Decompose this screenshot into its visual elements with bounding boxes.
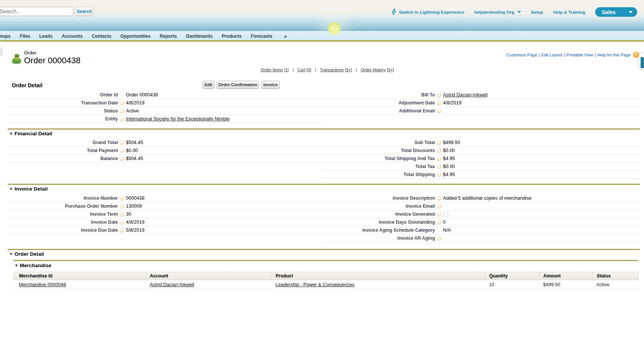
order-confirmation-button[interactable]: Order Confirmation xyxy=(217,81,259,89)
related-count: [1] xyxy=(283,67,288,72)
page-link-edit-layout[interactable]: Edit Layout xyxy=(541,53,562,57)
related-link-cart[interactable]: Cart xyxy=(298,67,306,72)
field-label: Transaction Date xyxy=(81,100,118,106)
help-icon[interactable]: ? xyxy=(633,52,639,58)
sidebar-collapse-handle[interactable] xyxy=(0,47,3,56)
field-label-cell: Invoice Days Outstanding? xyxy=(322,218,441,226)
collapse-arrow-icon[interactable]: ▼ xyxy=(9,187,13,191)
field-label-cell: Invoice Generated? xyxy=(322,210,441,218)
page-link-printable-view[interactable]: Printable View xyxy=(567,53,593,57)
table-cell-link[interactable]: Astrid Dacian-Inkwell xyxy=(150,282,194,287)
page-link-customize-page[interactable]: Customize Page xyxy=(506,53,537,57)
field-label: Total Shipping And Tax xyxy=(385,156,435,161)
field-help-icon[interactable]: ? xyxy=(436,204,441,209)
field-label-cell: Invoice Term? xyxy=(8,210,124,218)
field-help-icon[interactable]: ? xyxy=(436,140,441,145)
field-value-link[interactable]: Astrid Dacian-Inkwell xyxy=(443,92,488,98)
help-slot: ? xyxy=(119,101,124,106)
field-help-icon[interactable]: ? xyxy=(436,172,441,177)
field-label-cell: Total Tax? xyxy=(322,163,441,171)
invoice-button[interactable]: Invoice xyxy=(261,81,280,89)
field-help-icon[interactable]: ? xyxy=(436,236,441,241)
related-link-order-items[interactable]: Order Items xyxy=(261,67,283,72)
help-slot: ? xyxy=(119,156,124,161)
field-help-icon[interactable]: ? xyxy=(436,93,441,98)
tab-forecasts[interactable]: Forecasts xyxy=(246,34,277,39)
related-link-order-history[interactable]: Order History xyxy=(361,67,386,72)
column-header-account[interactable]: Account xyxy=(146,272,272,280)
merchandise-table: Merchandise IdAccountProductQuantityAmou… xyxy=(13,272,639,289)
field-help-icon[interactable]: ? xyxy=(119,101,124,106)
tab-dashboards[interactable]: Dashboards xyxy=(182,34,217,39)
tab-leads[interactable]: Leads xyxy=(35,34,57,39)
field-help-icon[interactable]: ? xyxy=(436,101,441,106)
field-help-icon[interactable]: ? xyxy=(119,148,124,153)
field-help-icon[interactable]: ? xyxy=(436,196,441,201)
field-help-icon[interactable]: ? xyxy=(119,156,124,161)
column-header-product[interactable]: Product xyxy=(272,272,485,280)
field-help-icon[interactable]: ? xyxy=(119,212,124,217)
tab-groups[interactable]: Groups xyxy=(0,34,15,39)
empty-cell xyxy=(441,115,640,123)
tab-accounts[interactable]: Accounts xyxy=(57,34,87,39)
field-help-icon[interactable]: ? xyxy=(119,220,124,225)
field-row: Invoice Term?30Invoice Generated? xyxy=(8,210,640,218)
app-menu-button[interactable]: Sales xyxy=(595,7,637,17)
collapse-arrow-icon[interactable]: ▼ xyxy=(9,252,13,256)
field-help-icon[interactable]: ? xyxy=(119,117,124,122)
field-help-icon[interactable]: ? xyxy=(119,228,124,233)
setup-link[interactable]: Setup xyxy=(531,10,543,14)
invoice-generated-checkbox xyxy=(444,212,448,217)
field-row: Invoice AR Aging? xyxy=(8,234,640,242)
collapse-arrow-icon[interactable]: ▼ xyxy=(14,263,18,268)
related-count-link[interactable]: 5+ xyxy=(388,67,393,72)
related-count-link[interactable]: 5+ xyxy=(346,67,351,72)
tab-reports[interactable]: Reports xyxy=(155,34,181,39)
field-help-icon[interactable]: ? xyxy=(119,109,124,114)
collapse-arrow-icon[interactable]: ▼ xyxy=(9,131,13,136)
help-training-link[interactable]: Help & Training xyxy=(553,10,585,14)
tab-opportunities[interactable]: Opportunities xyxy=(116,34,155,39)
detail-buttons: EditOrder ConfirmationInvoice xyxy=(203,81,282,89)
field-help-icon[interactable]: ? xyxy=(436,156,441,161)
related-link-transactions[interactable]: Transactions xyxy=(320,67,344,72)
field-value: N/A xyxy=(443,228,451,233)
field-label: Purchase Order Number xyxy=(65,204,118,209)
tab-contacts[interactable]: Contacts xyxy=(87,34,116,39)
field-value: Order 0000438 xyxy=(126,92,158,98)
table-cell: Active xyxy=(593,280,639,289)
field-value: Active xyxy=(126,108,139,114)
field-value-cell: 4/8/2019 xyxy=(124,218,322,226)
column-header-status[interactable]: Status xyxy=(593,272,639,280)
field-label-cell: Total Shipping? xyxy=(322,171,441,179)
org-menu[interactable]: helpdevtesting Org xyxy=(474,10,521,14)
tab-add[interactable]: + xyxy=(279,33,292,40)
switch-to-lightning-link[interactable]: Switch to Lightning Experience xyxy=(391,9,464,16)
help-slot: ? xyxy=(119,204,124,209)
field-help-icon[interactable]: ? xyxy=(119,204,124,209)
search-input[interactable] xyxy=(0,7,73,16)
column-header-amount[interactable]: Amount xyxy=(539,272,593,280)
search-button[interactable]: Search xyxy=(74,7,94,16)
tab-products[interactable]: Products xyxy=(217,34,246,39)
column-header-merchandise-id[interactable]: Merchandise Id xyxy=(14,272,146,280)
field-help-icon[interactable]: ? xyxy=(436,164,441,169)
edit-button[interactable]: Edit xyxy=(203,81,214,89)
field-label-cell: Status? xyxy=(8,107,124,115)
tab-files[interactable]: Files xyxy=(15,34,35,39)
related-count-link[interactable]: 0 xyxy=(308,67,310,72)
field-value-link[interactable]: International Society for the Exceptiona… xyxy=(126,116,230,122)
table-cell-link[interactable]: Leadership - Power & Consequences xyxy=(275,282,354,287)
field-help-icon[interactable]: ? xyxy=(436,148,441,153)
field-help-icon[interactable]: ? xyxy=(119,196,124,201)
field-help-icon[interactable]: ? xyxy=(436,220,441,225)
empty-cell xyxy=(124,171,322,179)
related-count-link[interactable]: 1 xyxy=(285,67,287,72)
field-help-icon[interactable]: ? xyxy=(436,212,441,217)
table-cell-link[interactable]: Merchandise 0000048 xyxy=(19,282,66,287)
table-cell: Astrid Dacian-Inkwell xyxy=(146,280,272,289)
column-header-quantity[interactable]: Quantity xyxy=(485,272,539,280)
field-help-icon[interactable]: ? xyxy=(119,140,124,145)
page-link-help-for-this-page[interactable]: Help for this Page xyxy=(597,53,631,57)
field-help-icon[interactable]: ? xyxy=(436,109,441,114)
